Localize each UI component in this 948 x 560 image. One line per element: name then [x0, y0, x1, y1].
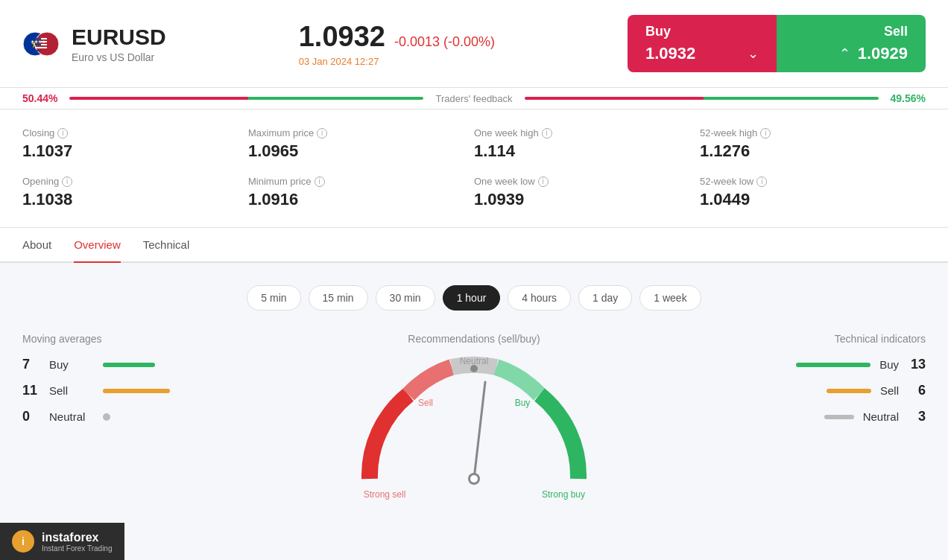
stat-min-value: 1.0916 [248, 190, 459, 209]
info-icon-4[interactable]: i [760, 128, 771, 139]
price-section: 1.0932 -0.0013 (-0.00%) 03 Jan 2024 12:2… [299, 21, 495, 67]
price-date: 03 Jan 2024 12:27 [299, 56, 495, 67]
ti-sell-count: 6 [908, 383, 926, 398]
svg-text:i: i [22, 535, 25, 547]
logo-main-text: instaforex [42, 531, 113, 544]
currency-pair: EURUSD [72, 25, 166, 50]
price-row: 1.0932 -0.0013 (-0.00%) [299, 21, 495, 53]
ti-buy-label: Buy [879, 358, 899, 371]
stat-52w-high-value: 1.1276 [700, 141, 911, 161]
stat-max-price: Maximum price i 1.0965 [248, 127, 474, 161]
moving-averages: Moving averages 7 Buy 11 Sell 0 Neutral [22, 333, 272, 435]
stat-closing-label: Closing i [22, 127, 233, 139]
tab-overview[interactable]: Overview [74, 228, 121, 263]
stat-52w-high-label: 52-week high i [700, 127, 911, 139]
info-icon[interactable]: i [57, 128, 68, 139]
analysis-section: Moving averages 7 Buy 11 Sell 0 Neutral … [22, 333, 926, 501]
feedback-bar [69, 97, 423, 100]
ma-buy-count: 7 [22, 357, 40, 372]
price-change: -0.0013 (-0.00%) [394, 34, 495, 50]
tf-30min[interactable]: 30 min [376, 285, 435, 311]
svg-rect-7 [35, 50, 41, 51]
sell-price-row: ⌃ 1.0929 [794, 44, 908, 63]
svg-text:Buy: Buy [515, 398, 531, 408]
instaforex-logo: i instaforex Instant Forex Trading [0, 523, 124, 560]
stat-52w-high: 52-week high i 1.1276 [700, 127, 926, 161]
tf-1week[interactable]: 1 week [639, 285, 701, 311]
tf-5min[interactable]: 5 min [247, 285, 300, 311]
tab-about[interactable]: About [22, 228, 51, 263]
ma-neutral-label: Neutral [49, 410, 94, 423]
ti-buy-row: Buy 13 [676, 357, 926, 372]
svg-line-11 [474, 382, 485, 479]
stat-opening-label: Opening i [22, 176, 233, 187]
stat-opening-value: 1.1038 [22, 190, 233, 209]
ma-title: Moving averages [22, 333, 272, 345]
gauge-title: Recommendations (sell/buy) [408, 333, 540, 345]
tab-technical[interactable]: Technical [143, 228, 190, 263]
traders-feedback: 50.44% Traders' feedback 49.56% [0, 88, 948, 109]
stat-week-high-label: One week high i [474, 127, 685, 139]
ti-buy-count: 13 [908, 357, 926, 372]
buy-label: Buy [645, 24, 759, 39]
svg-text:★★★★: ★★★★ [31, 39, 45, 44]
ma-neutral-bar [103, 413, 110, 421]
tf-1day[interactable]: 1 day [578, 285, 632, 311]
stat-week-low: One week low i 1.0939 [474, 176, 700, 209]
ti-sell-bar [827, 389, 871, 393]
svg-text:Neutral: Neutral [460, 356, 489, 366]
buy-box[interactable]: Buy 1.0932 ⌄ [628, 15, 777, 72]
ma-sell-count: 11 [22, 383, 40, 398]
ti-neutral-label: Neutral [863, 410, 899, 423]
tf-1hour[interactable]: 1 hour [443, 285, 501, 311]
ma-neutral-row: 0 Neutral [22, 409, 272, 424]
info-icon-5[interactable]: i [62, 176, 72, 187]
buy-price: 1.0932 [645, 44, 695, 63]
stats-section: Closing i 1.1037 Maximum price i 1.0965 … [0, 109, 948, 228]
sell-box[interactable]: Sell ⌃ 1.0929 [777, 15, 926, 72]
info-icon-3[interactable]: i [542, 128, 552, 139]
ti-sell-row: Sell 6 [676, 383, 926, 398]
ti-neutral-count: 3 [908, 409, 926, 424]
feedback-label: Traders' feedback [435, 93, 512, 104]
stat-week-low-value: 1.0939 [474, 190, 685, 209]
ma-buy-row: 7 Buy [22, 357, 272, 372]
content-section: 5 min 15 min 30 min 1 hour 4 hours 1 day… [0, 263, 948, 524]
ti-title: Technical indicators [676, 333, 926, 345]
info-icon-7[interactable]: i [538, 176, 549, 187]
currency-text: EURUSD Euro vs US Dollar [72, 25, 166, 63]
currency-subtitle: Euro vs US Dollar [72, 51, 166, 63]
gauge-section: Recommendations (sell/buy) [287, 333, 661, 501]
gauge-container: Sell Neutral Buy Strong sell Strong buy [355, 352, 593, 501]
stat-week-high: One week high i 1.114 [474, 127, 700, 161]
chevron-up-icon: ⌃ [839, 45, 850, 62]
ti-neutral-bar [824, 415, 854, 419]
feedback-left-pct: 50.44% [22, 92, 57, 104]
tabs-section: About Overview Technical [0, 228, 948, 263]
timeframe-selector: 5 min 15 min 30 min 1 hour 4 hours 1 day… [22, 285, 926, 311]
stat-52w-low: 52-week low i 1.0449 [700, 176, 926, 209]
ma-buy-label: Buy [49, 358, 94, 371]
stat-min-label: Minimum price i [248, 176, 459, 187]
feedback-right-pct: 49.56% [891, 92, 926, 104]
info-icon-2[interactable]: i [317, 128, 327, 139]
current-price: 1.0932 [299, 21, 385, 53]
stat-closing: Closing i 1.1037 [22, 127, 248, 161]
feedback-bar-2 [525, 97, 879, 100]
ma-buy-bar [103, 363, 155, 367]
info-icon-8[interactable]: i [756, 176, 767, 187]
info-icon-6[interactable]: i [315, 176, 325, 187]
header: ★ ★★★★ EURUSD Euro vs US Dollar 1.0932 -… [0, 0, 948, 88]
tf-15min[interactable]: 15 min [309, 285, 368, 311]
stat-max-value: 1.0965 [248, 141, 459, 161]
ti-sell-label: Sell [880, 384, 899, 397]
logo-icon: i [12, 530, 34, 553]
buy-sell-section: Buy 1.0932 ⌄ Sell ⌃ 1.0929 [628, 15, 926, 72]
ma-sell-row: 11 Sell [22, 383, 272, 398]
stat-52w-low-value: 1.0449 [700, 190, 911, 209]
stat-opening: Opening i 1.1038 [22, 176, 248, 209]
tf-4hours[interactable]: 4 hours [508, 285, 571, 311]
ma-neutral-count: 0 [22, 409, 40, 424]
svg-rect-6 [35, 47, 47, 48]
buy-price-row: 1.0932 ⌄ [645, 44, 759, 63]
